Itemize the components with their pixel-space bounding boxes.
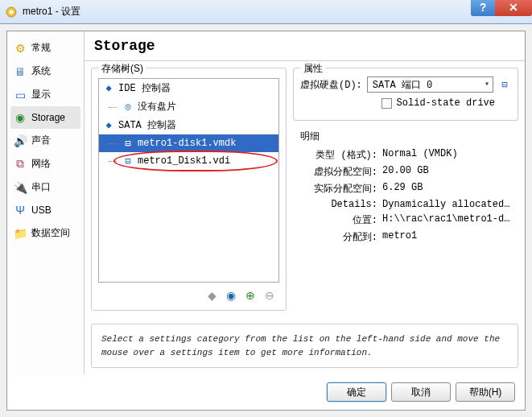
cancel-button[interactable]: 取消 [391,382,451,402]
sidebar: ⚙常规 🖥系统 ▭显示 ◉Storage 🔊声音 ⧉网络 🔌串口 ΨUSB 📁数… [7,31,85,374]
sidebar-item-serial[interactable]: 🔌串口 [10,175,80,199]
attributes-label: 属性 [300,62,326,76]
sidebar-item-system[interactable]: 🖥系统 [10,60,80,83]
detail-label: 虚拟分配空间: [300,165,377,179]
tree-node-label: IDE 控制器 [118,81,171,95]
details-group: 明细 类型 (格式):Normal (VMDK) 虚拟分配空间:20.00 GB… [293,129,518,248]
sidebar-item-display[interactable]: ▭显示 [10,83,80,106]
serial-icon: 🔌 [14,181,27,194]
detail-label: 实际分配空间: [300,182,377,196]
storage-tree-group: 存储树(S) ◆IDE 控制器 ◎没有盘片 ◆SATA 控制器 ⊟metro1-… [91,68,287,311]
detail-label: 类型 (格式): [300,148,377,162]
sidebar-item-label: 网络 [31,157,51,171]
sidebar-item-storage[interactable]: ◉Storage [10,106,80,129]
ok-button[interactable]: 确定 [327,382,386,402]
tree-node-label: metro1-disk1.vmdk [138,138,236,149]
add-attachment-button[interactable]: ⊕ [242,287,258,303]
hdd-icon: ⊟ [122,155,134,167]
hint-box: Select a settings category from the list… [91,324,518,368]
tree-toolbar: ◆ ◉ ⊕ ⊖ [98,283,279,303]
tree-node-disk-vdi[interactable]: ⊟metro1_Disk1.vdi [99,152,278,170]
detail-value: 6.29 GB [382,182,511,196]
sidebar-item-label: 显示 [31,88,51,101]
sidebar-item-audio[interactable]: 🔊声音 [10,129,80,152]
svg-point-1 [10,10,14,14]
detail-value: Dynamically allocated st… [382,199,511,210]
tree-node-sata-controller[interactable]: ◆SATA 控制器 [99,116,278,134]
hdd-icon: ⊟ [122,137,134,150]
sidebar-item-label: 串口 [31,180,51,194]
help-window-button[interactable]: ? [471,0,495,16]
detail-label: Details: [300,199,377,210]
help-button[interactable]: 帮助(H) [456,382,515,402]
sidebar-item-network[interactable]: ⧉网络 [10,152,80,175]
tree-node-empty-disc[interactable]: ◎没有盘片 [99,97,278,116]
remove-controller-button[interactable]: ◉ [223,287,239,303]
storage-tree[interactable]: ◆IDE 控制器 ◎没有盘片 ◆SATA 控制器 ⊟metro1-disk1.v… [98,78,279,283]
sidebar-item-usb[interactable]: ΨUSB [10,199,80,221]
detail-value: 20.00 GB [382,165,511,179]
sidebar-item-general[interactable]: ⚙常规 [10,36,80,60]
sidebar-item-shared-folders[interactable]: 📁数据空间 [10,221,80,245]
details-label: 明细 [300,130,511,143]
detail-value: metro1 [382,230,511,244]
general-icon: ⚙ [14,42,27,55]
detail-label: 分配到: [300,230,377,244]
attributes-group: 属性 虚拟硬盘(D): SATA 端口 0 ⊟ Solid-state driv… [293,68,518,121]
hd-port-select[interactable]: SATA 端口 0 [367,76,493,93]
folder-icon: 📁 [14,227,27,240]
sidebar-item-label: 系统 [31,64,51,78]
disk-chooser-icon[interactable]: ⊟ [498,78,511,91]
system-icon: 🖥 [14,65,27,78]
tree-node-label: 没有盘片 [138,100,176,114]
sidebar-item-label: 常规 [31,41,51,55]
sidebar-item-label: Storage [31,112,65,123]
ssd-label: Solid-state drive [397,97,495,109]
tree-node-label: metro1_Disk1.vdi [138,155,230,167]
add-controller-button: ◆ [204,287,220,303]
ssd-checkbox[interactable] [381,98,392,109]
audio-icon: 🔊 [14,134,27,147]
tree-node-ide-controller[interactable]: ◆IDE 控制器 [99,79,278,97]
usb-icon: Ψ [14,204,27,217]
page-title: Storage [94,38,515,54]
controller-icon: ◆ [102,119,115,132]
titlebar: metro1 - 设置 ? ✕ [0,0,532,24]
dialog-footer: 确定 取消 帮助(H) [7,374,525,410]
tree-node-label: SATA 控制器 [118,118,176,132]
detail-label: 位置: [300,213,377,227]
sidebar-item-label: USB [31,204,52,216]
hd-port-value: SATA 端口 0 [373,78,432,92]
window-title: metro1 - 设置 [23,5,80,19]
hd-label: 虚拟硬盘(D): [300,78,362,92]
tree-label: 存储树(S) [98,62,146,76]
detail-value: Normal (VMDK) [382,148,511,162]
disc-icon: ◎ [122,101,134,114]
window-buttons: ? ✕ [471,0,532,16]
app-icon [5,6,18,19]
controller-icon: ◆ [102,82,115,95]
display-icon: ▭ [14,89,27,101]
detail-value: H:\\rac\rac1\metro1-disk… [382,213,511,227]
remove-attachment-button: ⊖ [262,287,278,303]
network-icon: ⧉ [14,158,27,171]
close-window-button[interactable]: ✕ [495,0,532,16]
storage-icon: ◉ [14,111,27,124]
tree-node-disk-vmdk[interactable]: ⊟metro1-disk1.vmdk [99,134,278,152]
sidebar-item-label: 声音 [31,134,51,147]
sidebar-item-label: 数据空间 [31,226,70,240]
page-header: Storage [85,31,525,61]
